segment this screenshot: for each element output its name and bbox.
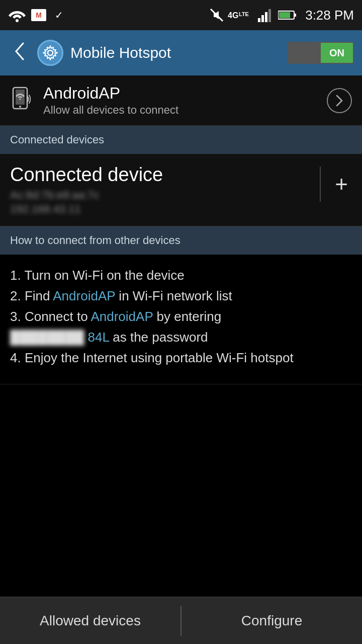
instruction-line-5: 4. Enjoy the Internet using portable Wi-… (10, 348, 352, 368)
hotspot-name: AndroidAP (43, 84, 317, 103)
svg-rect-10 (279, 12, 290, 18)
settings-icon (37, 40, 63, 66)
gmail-icon: M (31, 9, 46, 21)
connected-device-title: Connected device (10, 164, 320, 186)
svg-rect-5 (261, 15, 264, 22)
svg-rect-6 (265, 12, 267, 22)
add-device-button[interactable]: + (331, 172, 352, 197)
svg-rect-7 (268, 9, 271, 22)
bottom-navigation: Allowed devices Configure (0, 597, 362, 644)
hotspot-subtitle: Allow all devices to connect (43, 104, 317, 117)
connected-devices-header: Connected devices (0, 126, 362, 154)
add-button-area[interactable]: + (320, 164, 352, 204)
configure-label: Configure (241, 613, 302, 629)
back-button[interactable] (8, 39, 30, 67)
status-icons-right: 4G LTE 3:28 PM (210, 8, 354, 23)
status-bar: M ✓ 4G LTE 3:28 PM (0, 0, 362, 30)
wifi-icon (8, 8, 26, 22)
connected-device-info: Connected device Ac:8d:7b:e8:aa:7c 192.1… (10, 164, 320, 216)
instructions-section: 1. Turn on Wi-Fi on the device 2. Find A… (0, 255, 362, 384)
battery-icon (278, 9, 297, 21)
allowed-devices-label: Allowed devices (40, 613, 141, 629)
hotspot-detail-button[interactable] (327, 88, 352, 113)
status-icons-left: M ✓ (8, 8, 66, 22)
connected-device-mac: Ac:8d:7b:e8:aa:7c (10, 189, 320, 202)
instruction-line-3: 3. Connect to AndroidAP by entering (10, 307, 352, 327)
toggle-off-area (289, 43, 321, 63)
svg-point-0 (16, 19, 19, 22)
connected-device-ip: 192.168.43.11 (10, 203, 320, 216)
status-time: 3:28 PM (305, 8, 354, 23)
svg-text:LTE: LTE (239, 11, 249, 17)
hotspot-toggle[interactable]: ON (288, 42, 354, 64)
instruction-line-1: 1. Turn on Wi-Fi on the device (10, 266, 352, 285)
how-to-connect-header: How to connect from other devices (0, 226, 362, 255)
svg-point-15 (20, 98, 21, 100)
allowed-devices-button[interactable]: Allowed devices (0, 597, 180, 644)
connected-device-card: Connected device Ac:8d:7b:e8:aa:7c 192.1… (0, 154, 362, 226)
hotspot-info-row[interactable]: AndroidAP Allow all devices to connect (0, 75, 362, 126)
hotspot-device-icon (10, 87, 33, 115)
mute-icon (210, 8, 224, 22)
network-name-link-2: AndroidAP (90, 309, 153, 324)
instruction-line-4: ████████ 84L as the password (10, 328, 352, 347)
page-title: Mobile Hotspot (70, 44, 281, 61)
lte-icon: 4G LTE (228, 8, 254, 22)
network-name-link-1: AndroidAP (53, 288, 115, 303)
hotspot-text-block: AndroidAP Allow all devices to connect (43, 84, 317, 117)
password-blurred: ████████ (10, 330, 84, 345)
svg-text:4G: 4G (228, 11, 238, 20)
instruction-line-2: 2. Find AndroidAP in Wi-Fi network list (10, 286, 352, 306)
svg-point-14 (19, 106, 21, 108)
vertical-divider (320, 167, 321, 202)
signal-bars-icon (258, 8, 274, 22)
svg-rect-4 (258, 18, 260, 22)
title-bar: Mobile Hotspot ON (0, 30, 362, 75)
how-to-connect-label: How to connect from other devices (10, 234, 180, 247)
svg-point-11 (48, 50, 53, 55)
empty-content-area (0, 384, 362, 535)
checkmark-icon: ✓ (51, 8, 66, 22)
connected-devices-label: Connected devices (10, 133, 104, 146)
svg-rect-9 (294, 14, 296, 17)
toggle-on-label: ON (321, 43, 353, 63)
configure-button[interactable]: Configure (182, 597, 362, 644)
